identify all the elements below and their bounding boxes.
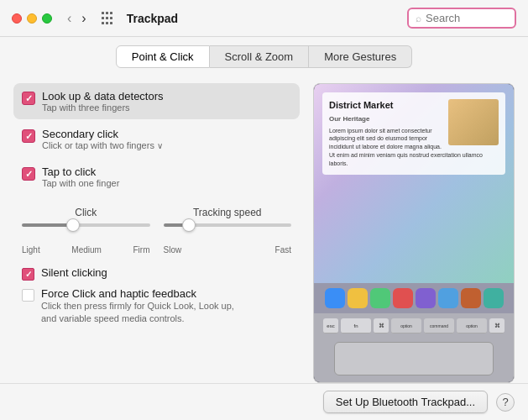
forward-button[interactable]: › (78, 10, 89, 27)
setting-tap-to-click[interactable]: Tap to click Tap with one finger (13, 159, 300, 195)
click-label-light: Light (22, 245, 40, 255)
main-content: Look up & data detectors Tap with three … (0, 75, 528, 383)
close-button[interactable] (12, 13, 22, 24)
keyboard-row-top: esc fn ⌘ option command option ⌘ (321, 318, 507, 333)
dock-icon-facetime (370, 288, 390, 308)
dock-icon-app4 (484, 288, 504, 308)
key-esc: esc (323, 318, 338, 333)
tracking-slider-labels: Slow Fast (164, 245, 292, 255)
force-click-label: Force Click and haptic feedback (41, 287, 243, 300)
key-option-right: option (457, 318, 487, 333)
checkbox-force-click[interactable] (22, 289, 34, 302)
trackpad-pad (334, 342, 494, 375)
click-slider-labels: Light Medium Firm (22, 245, 150, 255)
titlebar: ‹ › Trackpad ⌕ (0, 0, 528, 37)
click-slider-group: Click Light Medium Firm (22, 207, 150, 255)
click-slider-track-container (22, 223, 150, 237)
tracking-slider-track-container (164, 223, 292, 237)
keyboard-area: esc fn ⌘ option command option ⌘ (314, 313, 514, 339)
back-button[interactable]: ‹ (64, 10, 75, 27)
bluetooth-setup-button[interactable]: Set Up Bluetooth Trackpad... (323, 391, 488, 413)
tab-scroll-zoom[interactable]: Scroll & Zoom (210, 45, 310, 68)
tracking-slider-group: Tracking speed Slow Fast (164, 207, 292, 255)
setting-tap-to-click-label: Tap to click (42, 165, 119, 178)
search-icon: ⌕ (416, 13, 421, 24)
tracking-label-slow: Slow (164, 245, 182, 255)
chevron-down-icon: ∨ (157, 141, 163, 150)
left-panel: Look up & data detectors Tap with three … (13, 83, 300, 383)
right-panel: District Market Our Heritage Lorem ipsum… (313, 83, 515, 383)
nav-buttons: ‹ › (64, 10, 90, 27)
click-label-medium: Medium (71, 245, 102, 255)
dock-icon-app2 (438, 288, 458, 308)
click-slider-title: Click (22, 207, 150, 218)
click-slider-track (22, 223, 150, 227)
dock-bar (314, 283, 514, 313)
screen-preview: District Market Our Heritage Lorem ipsum… (314, 84, 514, 283)
search-box[interactable]: ⌕ (407, 8, 516, 29)
silent-clicking-label: Silent clicking (41, 266, 107, 279)
checkbox-lookup[interactable] (22, 92, 35, 105)
key-option-left: option (391, 318, 421, 333)
tracking-slider-thumb[interactable] (182, 218, 196, 232)
checkbox-tap-to-click[interactable] (22, 167, 35, 181)
tabbar: Point & Click Scroll & Zoom More Gesture… (0, 37, 528, 75)
tracking-slider-title: Tracking speed (164, 207, 292, 218)
maximize-button[interactable] (42, 13, 52, 24)
setting-lookup-label: Look up & data detectors (42, 90, 164, 102)
setting-secondary-click-sublabel: Click or tap with two fingers ∨ (42, 140, 163, 150)
dock-icon-music (393, 288, 413, 308)
checkbox-secondary-click[interactable] (22, 129, 35, 143)
sliders-section: Click Light Medium Firm Tracking speed (13, 197, 300, 261)
search-input[interactable] (426, 12, 501, 24)
screen-article: District Market Our Heritage Lorem ipsum… (322, 92, 505, 175)
key-cmd-right: ⌘ (489, 318, 504, 333)
screen-food-image (448, 99, 499, 145)
checkbox-silent-clicking[interactable] (22, 268, 34, 281)
dock-icon-notes (348, 288, 368, 308)
key-command: command (424, 318, 454, 333)
setting-lookup[interactable]: Look up & data detectors Tap with three … (13, 83, 300, 119)
setting-secondary-click-label: Secondary click (42, 128, 163, 140)
footer: Set Up Bluetooth Trackpad... ? (0, 383, 528, 420)
window-title: Trackpad (127, 12, 400, 25)
setting-silent-clicking[interactable]: Silent clicking (22, 266, 291, 281)
traffic-lights (12, 13, 52, 24)
app-grid-icon[interactable] (102, 12, 115, 25)
click-slider-thumb[interactable] (66, 218, 80, 232)
dock-icon-app3 (461, 288, 481, 308)
setting-lookup-sublabel: Tap with three fingers (42, 102, 164, 113)
dock-icon-finder (325, 288, 345, 308)
setting-force-click[interactable]: Force Click and haptic feedback Click th… (22, 287, 291, 326)
tab-point-click[interactable]: Point & Click (116, 45, 210, 68)
dock-icon-app1 (416, 288, 436, 308)
click-label-firm: Firm (133, 245, 149, 255)
key-cmd-left: ⌘ (374, 318, 389, 333)
trackpad-area (314, 339, 514, 382)
minimize-button[interactable] (27, 13, 37, 24)
setting-tap-to-click-sublabel: Tap with one finger (42, 178, 119, 188)
tab-more-gestures[interactable]: More Gestures (309, 45, 412, 68)
tracking-label-fast: Fast (275, 245, 291, 255)
bottom-section: Silent clicking Force Click and haptic f… (13, 263, 300, 329)
help-button[interactable]: ? (496, 393, 515, 412)
setting-secondary-click[interactable]: Secondary click Click or tap with two fi… (13, 121, 300, 157)
force-click-sublabel: Click then press firmly for Quick Look, … (41, 300, 243, 326)
key-fn: fn (341, 318, 371, 333)
